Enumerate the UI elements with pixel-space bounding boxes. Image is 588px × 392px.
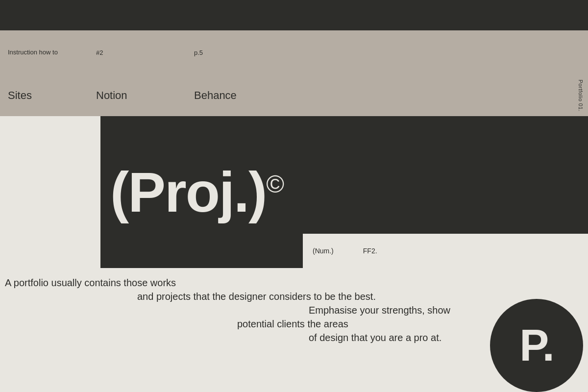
- bottom-line-4: potential clients the areas: [5, 317, 470, 331]
- bottom-line-1: A portfolio usually contains those works: [5, 276, 470, 290]
- portfolio-vertical: Portfolio 01.: [573, 74, 588, 116]
- bottom-line-3: Emphasise your strengths, show: [5, 303, 470, 317]
- sites-row: Sites Notion Behance: [0, 74, 441, 116]
- notion-col: Notion: [96, 89, 194, 102]
- bottom-line-5: of design that you are a pro at.: [5, 331, 470, 344]
- bottom-line-2: and projects that the designer considers…: [5, 290, 470, 303]
- proj-copyright: ©: [266, 170, 283, 197]
- bottom-text-area: A portfolio usually contains those works…: [5, 276, 470, 344]
- num-label: (Num.): [313, 247, 334, 255]
- header-row: Instruction how to #2 p.5: [0, 30, 588, 74]
- notion-label: Notion: [96, 89, 127, 102]
- num-row: (Num.) FF2.: [303, 234, 588, 268]
- dark-right-extension: [394, 116, 588, 234]
- behance-label: Behance: [194, 89, 237, 102]
- instruction-label: Instruction how to: [8, 49, 58, 57]
- circle-logo-text: P.: [519, 323, 553, 368]
- portfolio-text: Portfolio 01.: [578, 79, 584, 111]
- top-dark-bar: [0, 0, 588, 30]
- sites-label: Sites: [8, 89, 32, 102]
- proj-title-text: (Proj.): [110, 161, 266, 223]
- header-page-col: p.5: [194, 49, 292, 56]
- header-instruction-col: Instruction how to: [8, 49, 96, 57]
- proj-title: (Proj.)©: [110, 164, 283, 220]
- ff-label: FF2.: [363, 247, 377, 255]
- behance-col: Behance: [194, 89, 292, 102]
- number-label: #2: [96, 49, 103, 56]
- header-number-col: #2: [96, 49, 194, 56]
- sites-col: Sites: [8, 89, 96, 102]
- page-label: p.5: [194, 49, 203, 56]
- circle-logo: P.: [490, 299, 583, 392]
- beige-right-top: [441, 74, 573, 116]
